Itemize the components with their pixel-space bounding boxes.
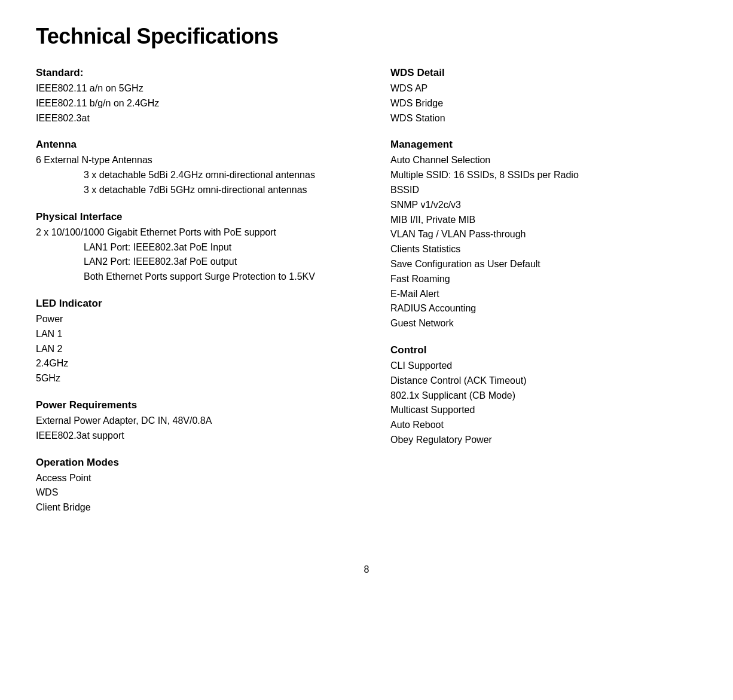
power-line-1: External Power Adapter, DC IN, 48V/0.8A <box>36 414 343 429</box>
section-led: LED Indicator Power LAN 1 LAN 2 2.4GHz 5… <box>36 298 343 386</box>
wds-line-2: WDS Bridge <box>390 96 697 111</box>
section-body-standard: IEEE802.11 a/n on 5GHz IEEE802.11 b/g/n … <box>36 81 343 126</box>
section-management: Management Auto Channel Selection Multip… <box>390 139 697 331</box>
mgmt-line-10: E-Mail Alert <box>390 287 697 302</box>
section-body-management: Auto Channel Selection Multiple SSID: 16… <box>390 153 697 331</box>
mgmt-line-9: Fast Roaming <box>390 272 697 287</box>
left-column: Standard: IEEE802.11 a/n on 5GHz IEEE802… <box>36 67 366 528</box>
mgmt-line-2: Multiple SSID: 16 SSIDs, 8 SSIDs per Rad… <box>390 168 697 183</box>
section-power-requirements: Power Requirements External Power Adapte… <box>36 399 343 444</box>
section-body-led: Power LAN 1 LAN 2 2.4GHz 5GHz <box>36 312 343 386</box>
section-wds-detail: WDS Detail WDS AP WDS Bridge WDS Station <box>390 67 697 126</box>
page-title: Technical Specifications <box>36 24 697 49</box>
section-body-wds: WDS AP WDS Bridge WDS Station <box>390 81 697 126</box>
mgmt-line-1: Auto Channel Selection <box>390 153 697 168</box>
mgmt-line-6: VLAN Tag / VLAN Pass-through <box>390 227 697 242</box>
mgmt-line-3: BSSID <box>390 183 697 198</box>
section-heading-power: Power Requirements <box>36 399 343 411</box>
section-heading-operation-modes: Operation Modes <box>36 457 343 469</box>
section-operation-modes: Operation Modes Access Point WDS Client … <box>36 457 343 515</box>
section-heading-management: Management <box>390 139 697 151</box>
control-line-5: Auto Reboot <box>390 418 697 433</box>
operation-line-2: WDS <box>36 485 343 500</box>
section-body-control: CLI Supported Distance Control (ACK Time… <box>390 359 697 448</box>
section-heading-control: Control <box>390 344 697 356</box>
antenna-indented-1: 3 x detachable 5dBi 2.4GHz omni-directio… <box>36 168 343 183</box>
section-control: Control CLI Supported Distance Control (… <box>390 344 697 448</box>
section-antenna: Antenna 6 External N-type Antennas 3 x d… <box>36 139 343 197</box>
section-body-operation-modes: Access Point WDS Client Bridge <box>36 471 343 515</box>
section-heading-wds: WDS Detail <box>390 67 697 79</box>
led-line-2: LAN 1 <box>36 327 343 342</box>
control-line-4: Multicast Supported <box>390 403 697 418</box>
led-line-3: LAN 2 <box>36 342 343 357</box>
antenna-indented-2: 3 x detachable 7dBi 5GHz omni-directiona… <box>36 183 343 198</box>
power-line-2: IEEE802.3at support <box>36 429 343 444</box>
section-physical-interface: Physical Interface 2 x 10/100/1000 Gigab… <box>36 211 343 285</box>
section-heading-led: LED Indicator <box>36 298 343 310</box>
standard-line-2: IEEE802.11 b/g/n on 2.4GHz <box>36 96 343 111</box>
section-standard: Standard: IEEE802.11 a/n on 5GHz IEEE802… <box>36 67 343 126</box>
mgmt-line-11: RADIUS Accounting <box>390 301 697 316</box>
control-line-1: CLI Supported <box>390 359 697 374</box>
physical-indented-1: LAN1 Port: IEEE802.3at PoE Input <box>36 240 343 255</box>
led-line-5: 5GHz <box>36 371 343 386</box>
section-heading-antenna: Antenna <box>36 139 343 151</box>
wds-line-1: WDS AP <box>390 81 697 96</box>
section-heading-physical: Physical Interface <box>36 211 343 223</box>
control-line-3: 802.1x Supplicant (CB Mode) <box>390 389 697 404</box>
mgmt-line-8: Save Configuration as User Default <box>390 257 697 272</box>
page-number: 8 <box>36 564 697 575</box>
mgmt-line-7: Clients Statistics <box>390 242 697 257</box>
operation-line-1: Access Point <box>36 471 343 486</box>
control-line-2: Distance Control (ACK Timeout) <box>390 374 697 389</box>
mgmt-line-12: Guest Network <box>390 316 697 331</box>
led-line-1: Power <box>36 312 343 327</box>
standard-line-3: IEEE802.3at <box>36 111 343 126</box>
control-line-6: Obey Regulatory Power <box>390 433 697 448</box>
section-body-antenna: 6 External N-type Antennas 3 x detachabl… <box>36 153 343 197</box>
antenna-line-1: 6 External N-type Antennas <box>36 153 343 168</box>
section-heading-standard: Standard: <box>36 67 343 79</box>
mgmt-line-5: MIB I/II, Private MIB <box>390 213 697 228</box>
physical-line-1: 2 x 10/100/1000 Gigabit Ethernet Ports w… <box>36 225 343 240</box>
physical-indented-3: Both Ethernet Ports support Surge Protec… <box>36 270 343 285</box>
standard-line-1: IEEE802.11 a/n on 5GHz <box>36 81 343 96</box>
operation-line-3: Client Bridge <box>36 500 343 515</box>
right-column: WDS Detail WDS AP WDS Bridge WDS Station… <box>366 67 697 528</box>
section-body-power: External Power Adapter, DC IN, 48V/0.8A … <box>36 414 343 444</box>
mgmt-line-4: SNMP v1/v2c/v3 <box>390 198 697 213</box>
led-line-4: 2.4GHz <box>36 356 343 371</box>
section-body-physical: 2 x 10/100/1000 Gigabit Ethernet Ports w… <box>36 225 343 285</box>
wds-line-3: WDS Station <box>390 111 697 126</box>
physical-indented-2: LAN2 Port: IEEE802.3af PoE output <box>36 255 343 270</box>
